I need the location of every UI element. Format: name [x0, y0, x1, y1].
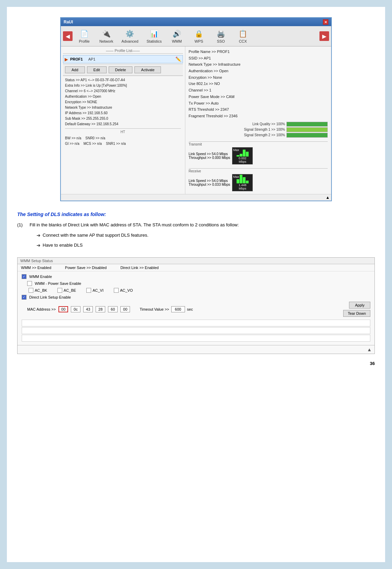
wmm-enable-label: WMM Enable — [29, 275, 52, 279]
wmm-powersave-checkbox[interactable] — [27, 281, 32, 286]
activate-button[interactable]: Activate — [134, 66, 161, 73]
statistics-icon: 📊 — [149, 29, 160, 39]
wmm-setup-box: WMM Setup Status WMM >> Enabled Power Sa… — [17, 257, 375, 354]
direct-link-checkbox[interactable]: ✓ — [22, 295, 26, 300]
mac-address-area: MAC Address >> Timeout Value >> sec Appl… — [27, 302, 370, 317]
profile-row[interactable]: ▶ PROF1 AP1 ✏️ — [63, 55, 183, 63]
signal-bar2 — [287, 133, 327, 137]
teardown-button[interactable]: Tear Down — [343, 310, 370, 317]
signal-strength2-row: Signal Strength 2 >> 100% — [189, 133, 328, 138]
detail-encryption: Encryption >> None — [189, 74, 328, 81]
tx-meter-value: 0.002Mbps — [239, 157, 247, 163]
link-quality-row: Link Quality >> 100% — [189, 122, 328, 127]
mac-input-0[interactable] — [58, 306, 68, 312]
raui-window: RaUI ✕ ◀ 📄 Profile 🔌 Network ⚙️ Advanced… — [60, 17, 332, 201]
receive-area: Receive Link Speed >> 54.0 Mbps Throughp… — [189, 168, 328, 192]
rx-bar1 — [237, 179, 239, 183]
mac-input-3[interactable] — [96, 306, 105, 312]
auth-line: Authentication >> Open — [65, 94, 181, 99]
left-panel: Profile List ▶ PROF1 AP1 ✏️ Add Edit Del… — [61, 46, 185, 194]
gi-value: GI >> n/a — [65, 141, 79, 147]
signal-strength1-label: Signal Strength 1 >> 100% — [189, 128, 285, 131]
detail-fragment: Fragment Threshold >> 2346 — [189, 113, 328, 119]
edit-button[interactable]: Edit — [87, 66, 107, 73]
apply-button[interactable]: Apply — [349, 302, 370, 309]
network-type-line: Network Type >> Infrastructure — [65, 105, 181, 110]
tx-link-speed: Link Speed >> 54.0 Mbps — [189, 152, 230, 156]
transmit-details: Link Speed >> 54.0 Mbps Throughput >> 0.… — [189, 152, 230, 160]
ac-vi-checkbox[interactable] — [86, 288, 91, 293]
advanced-tab[interactable]: ⚙️ Advanced — [118, 28, 142, 45]
network-tab[interactable]: 🔌 Network — [96, 28, 117, 45]
mac-input-1[interactable] — [71, 306, 80, 312]
status-line: Status >> AP1 <--> 00-03-7F-00-D7-A4 — [65, 77, 181, 83]
encryption-line: Encryption >> NONE — [65, 99, 181, 105]
wmm-footer: ▲ — [18, 345, 374, 354]
arrow-text2: Have to enable DLS — [43, 241, 83, 249]
wmm-status-row: WMM >> Enabled Power Save >> Disabled Di… — [18, 264, 374, 271]
signal-bars: Link Quality >> 100% Signal Strength 1 >… — [189, 122, 328, 138]
profile-ssid: AP1 — [88, 57, 175, 61]
edit-icon[interactable]: ✏️ — [175, 56, 181, 62]
receive-row: Link Speed >> 54.0 Mbps Throughput >> 0.… — [189, 174, 328, 191]
wmm-icon: 🔊 — [171, 29, 182, 39]
arrow-icon2: ➜ — [36, 241, 41, 250]
doc-sublist: ➜ Connect with the same AP that support … — [36, 232, 239, 250]
close-button[interactable]: ✕ — [323, 19, 328, 25]
delete-button[interactable]: Delete — [109, 66, 133, 73]
ccx-tab[interactable]: 📋 CCX — [232, 28, 253, 45]
wmm-action-buttons: Apply Tear Down — [343, 302, 370, 317]
add-button[interactable]: Add — [65, 66, 85, 73]
sso-tab[interactable]: 🖨️ SSO — [210, 28, 231, 45]
wmm-status-power: Power Save >> Disabled — [65, 266, 107, 270]
timeout-input[interactable] — [171, 306, 185, 312]
wmm-header: WMM Setup Status — [18, 258, 374, 264]
ht-row2: GI >> n/a MCS >> n/a SNR1 >> n/a — [65, 141, 181, 147]
rx-meter: Max 1.448Mbps — [232, 174, 253, 191]
ac-be-item: AC_BE — [57, 288, 76, 293]
detail-network-type: Network Type >> Infrastructure — [189, 61, 328, 68]
forward-button[interactable]: ▶ — [319, 31, 329, 41]
wps-tab[interactable]: 🔒 WPS — [188, 28, 209, 45]
doc-text: The Setting of DLS indicates as follow: … — [17, 212, 375, 366]
ac-be-checkbox[interactable] — [57, 288, 62, 293]
ac-bk-checkbox[interactable] — [29, 288, 33, 293]
wmm-enable-row: ✓ WMM Enable — [22, 274, 370, 279]
link-quality-label: Link Quality >> 100% — [189, 122, 285, 126]
link-quality-bar — [287, 122, 327, 126]
ac-vi-label: AC_VI — [92, 288, 104, 292]
mcs-value: MCS >> n/a — [84, 141, 102, 147]
direct-link-row: ✓ Direct Link Setup Enable — [22, 295, 370, 300]
ac-vo-checkbox[interactable] — [114, 288, 119, 293]
transmit-header: Transmit — [189, 141, 328, 146]
wmm-status-wmm: WMM >> Enabled — [21, 266, 51, 270]
wmm-powersave-row: WMM - Power Save Enable — [27, 281, 370, 286]
statistics-tab[interactable]: 📊 Statistics — [143, 28, 165, 45]
buttons-row: Add Edit Delete Activate — [63, 64, 183, 76]
table-row-3 — [22, 335, 370, 342]
wmm-scroll-up-icon[interactable]: ▲ — [367, 347, 372, 352]
detail-ssid: SSID >> AP1 — [189, 55, 328, 62]
profile-arrow-icon: ▶ — [65, 57, 68, 62]
link-quality-bar-container — [286, 122, 328, 127]
timeout-label: Timeout Value >> — [140, 307, 169, 311]
mac-label: MAC Address >> — [27, 307, 56, 311]
scroll-up-icon[interactable]: ▲ — [326, 195, 330, 200]
back-button[interactable]: ◀ — [63, 31, 73, 41]
wmm-enable-checkbox[interactable]: ✓ — [22, 274, 26, 279]
mac-input-4[interactable] — [108, 306, 118, 312]
advanced-icon: ⚙️ — [124, 29, 135, 39]
doc-arrow-item1: ➜ Connect with the same AP that support … — [36, 232, 239, 240]
ac-vo-label: AC_VO — [120, 288, 133, 292]
tx-bar4 — [246, 152, 249, 157]
profile-tab[interactable]: 📄 Profile — [74, 28, 95, 45]
profile-list-header: Profile List — [63, 49, 183, 54]
wmm-powersave-label: WMM - Power Save Enable — [35, 281, 81, 286]
doc-item1-text: Fill in the blanks of Direct Link with M… — [30, 222, 239, 227]
mac-input-5[interactable] — [120, 306, 130, 312]
wmm-tab[interactable]: 🔊 WMM — [166, 28, 187, 45]
ac-bk-label: AC_BK — [35, 288, 47, 292]
toolbar: ◀ 📄 Profile 🔌 Network ⚙️ Advanced 📊 Stat… — [61, 26, 331, 46]
doc-item1: (1) Fill in the blanks of Direct Link wi… — [17, 221, 375, 252]
mac-input-2[interactable] — [83, 306, 93, 312]
